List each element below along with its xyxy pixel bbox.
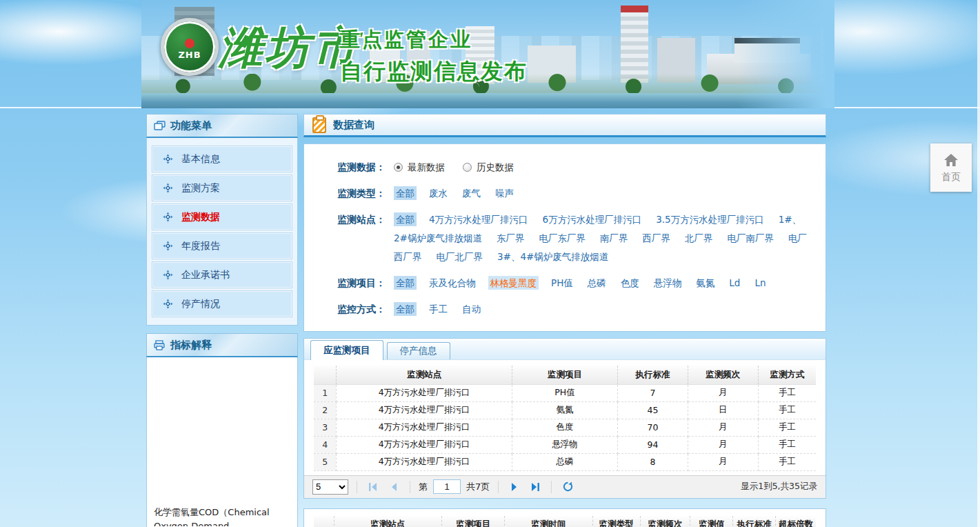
item-option-link[interactable]: 林格曼黑度 <box>488 276 539 290</box>
sidebar-menu-item[interactable]: 企业承诺书 <box>152 262 292 288</box>
compass-diamond-icon <box>163 154 173 164</box>
radio-latest-icon[interactable] <box>394 163 403 172</box>
filter-label-item: 监测项目： <box>337 274 394 292</box>
filter-row-method: 监控方式： 全部手工自动 <box>337 300 813 319</box>
table1-row[interactable]: 4 4万方污水处理厂排污口 悬浮物 94 月 手工 <box>314 436 816 453</box>
filter-label-station: 监测站点： <box>337 210 394 266</box>
radio-history-icon[interactable] <box>463 163 472 172</box>
first-page-button[interactable] <box>366 479 381 495</box>
radio-latest-data[interactable]: 最新数据 <box>394 158 445 177</box>
sidebar-menu-item-label: 基本信息 <box>181 153 220 166</box>
item-option-link[interactable]: 悬浮物 <box>652 276 684 290</box>
cell-method: 手工 <box>758 453 816 470</box>
row-number: 2 <box>314 401 337 419</box>
sidebar-menu-item[interactable]: 年度报告 <box>152 233 292 259</box>
type-options: 全部废水废气噪声 <box>394 184 813 203</box>
filter-row-station: 监测站点： 全部4万方污水处理厂排污口6万方污水处理厂排污口3.5万方污水处理厂… <box>337 210 813 266</box>
indicator-marquee: 化学需氧量COD（Chemical Oxygen Demand <box>154 506 290 526</box>
table1-col-method: 监测方式 <box>758 366 816 384</box>
method-option-link[interactable]: 手工 <box>427 302 450 316</box>
table2-col-time: 监测时间 <box>505 516 592 527</box>
station-option-link[interactable]: 北厂界 <box>683 231 715 245</box>
item-option-link[interactable]: Ln <box>752 276 768 290</box>
station-option-link[interactable]: 电厂北厂界 <box>434 250 486 264</box>
tab-shutdown-info[interactable]: 停产信息 <box>387 342 450 359</box>
cell-standard: 70 <box>617 419 688 436</box>
type-option-link[interactable]: 全部 <box>394 186 417 200</box>
indicator-panel: 指标解释 化学需氧量COD（Chemical Oxygen Demand <box>146 333 298 527</box>
sidebar-menu-item-label: 企业承诺书 <box>181 269 230 281</box>
cell-station: 4万方污水处理厂排污口 <box>337 436 512 453</box>
sidebar-menu-item[interactable]: 监测方案 <box>152 175 292 201</box>
item-option-link[interactable]: 色度 <box>619 276 641 290</box>
scrollbar-track[interactable] <box>977 0 980 527</box>
prev-page-button[interactable] <box>386 479 401 495</box>
table1-row[interactable]: 2 4万方污水处理厂排污口 氨氮 45 日 手工 <box>314 401 816 419</box>
type-option-link[interactable]: 废气 <box>460 186 483 200</box>
cell-item: 氨氮 <box>512 401 618 419</box>
sidebar-menu-body: 基本信息 监测方案 <box>146 138 298 326</box>
station-option-link[interactable]: 4万方污水处理厂排污口 <box>427 212 530 226</box>
cell-item: 总磷 <box>512 453 618 470</box>
filter-label-method: 监控方式： <box>337 300 394 319</box>
page-number-input[interactable] <box>433 479 461 494</box>
page-prefix: 第 <box>419 481 428 493</box>
station-option-link[interactable]: 南厂界 <box>598 231 630 245</box>
station-option-link[interactable]: 全部 <box>394 212 417 226</box>
page-size-select[interactable]: 5 <box>312 479 348 495</box>
sidebar-menu-item[interactable]: 监测数据 <box>152 204 292 230</box>
item-option-link[interactable]: 总磷 <box>586 276 608 290</box>
last-page-button[interactable] <box>528 479 543 495</box>
results-table: 监测站点 监测项目 监测时间 监测类型 监测频次 监测值 执行标准 超标倍数 1 <box>314 516 816 527</box>
station-option-link[interactable]: 3.5万方污水处理厂排污口 <box>654 212 766 226</box>
tab-monitoring-items[interactable]: 应监测项目 <box>310 340 383 360</box>
record-summary: 显示1到5,共35记录 <box>741 481 817 493</box>
indicator-body: 化学需氧量COD（Chemical Oxygen Demand <box>146 357 298 527</box>
sidebar-menu-item[interactable]: 基本信息 <box>152 146 292 172</box>
home-label: 首页 <box>941 171 961 183</box>
item-option-link[interactable]: PH值 <box>549 276 575 290</box>
method-option-link[interactable]: 自动 <box>460 302 483 316</box>
table2-col-type: 监测类型 <box>592 516 640 527</box>
station-option-link[interactable]: 西厂界 <box>640 231 672 245</box>
type-option-link[interactable]: 噪声 <box>493 186 516 200</box>
monitoring-items-table: 监测站点 监测项目 执行标准 监测频次 监测方式 1 4万方污水处理厂排污口 <box>314 366 816 471</box>
station-option-link[interactable]: 电厂东厂界 <box>537 231 588 245</box>
method-option-link[interactable]: 全部 <box>394 302 417 316</box>
next-page-button[interactable] <box>507 479 522 495</box>
results-table-box: 监测站点 监测项目 监测时间 监测类型 监测频次 监测值 执行标准 超标倍数 1 <box>303 508 826 527</box>
table1-row[interactable]: 5 4万方污水处理厂排污口 总磷 8 月 手工 <box>314 453 816 470</box>
station-option-link[interactable]: 3#、4#锅炉废气排放烟道 <box>495 250 610 264</box>
home-button[interactable]: 首页 <box>930 143 972 192</box>
item-option-link[interactable]: 全部 <box>394 276 417 290</box>
cell-freq: 月 <box>688 436 758 453</box>
refresh-button[interactable] <box>560 479 575 495</box>
top-banner: ZHB 潍坊市 重点监管企业 自行监测信息发布 <box>0 0 980 108</box>
pagination-bar: 5 第 共7页 <box>304 475 826 498</box>
table1-col-item: 监测项目 <box>512 366 618 384</box>
cell-method: 手工 <box>758 401 816 419</box>
cell-method: 手工 <box>758 384 816 401</box>
table1-row[interactable]: 1 4万方污水处理厂排污口 PH值 7 月 手工 <box>314 384 816 401</box>
site-title-city: 潍坊市 <box>219 18 359 78</box>
cell-station: 4万方污水处理厂排污口 <box>337 419 512 436</box>
type-option-link[interactable]: 废水 <box>427 186 450 200</box>
compass-diamond-icon <box>163 299 173 309</box>
indicator-title: 指标解释 <box>170 339 212 352</box>
item-option-link[interactable]: Ld <box>727 276 742 290</box>
station-option-link[interactable]: 东厂界 <box>494 231 527 245</box>
site-title-line2: 自行监测信息发布 <box>340 57 528 87</box>
sidebar-menu-item[interactable]: 停产情况 <box>152 291 292 317</box>
radio-history-data[interactable]: 历史数据 <box>463 158 514 177</box>
station-option-link[interactable]: 6万方污水处理厂排污口 <box>541 212 644 226</box>
station-option-link[interactable]: 电厂南厂界 <box>725 231 776 245</box>
item-option-link[interactable]: 汞及化合物 <box>427 276 478 290</box>
table2-col-standard: 执行标准 <box>733 516 776 527</box>
query-title: 数据查询 <box>333 119 374 132</box>
table2-col-station: 监测站点 <box>334 516 442 527</box>
item-option-link[interactable]: 氨氮 <box>694 276 717 290</box>
radio-history-label: 历史数据 <box>477 158 514 177</box>
table1-row[interactable]: 3 4万方污水处理厂排污口 色度 70 月 手工 <box>314 419 816 436</box>
filter-label-data: 监测数据： <box>337 158 394 177</box>
cell-standard: 7 <box>617 384 688 401</box>
